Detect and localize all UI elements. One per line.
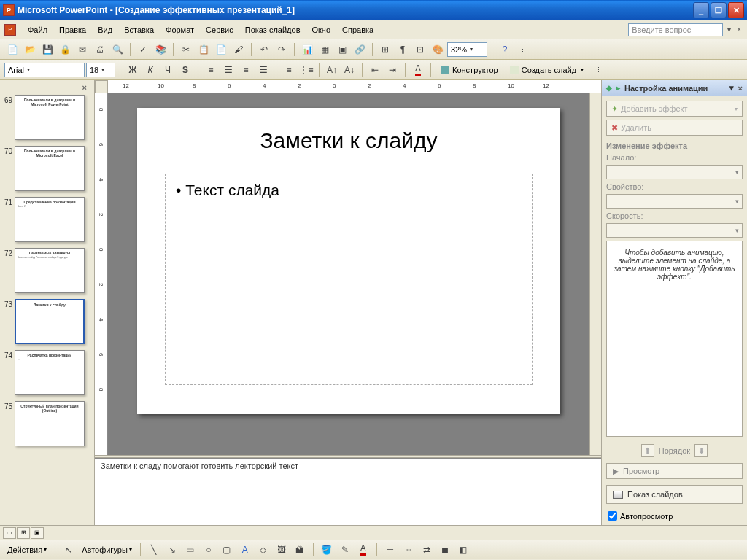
- increase-font-button[interactable]: A↑: [324, 62, 340, 78]
- horizontal-ruler[interactable]: 12108642024681012: [108, 80, 601, 93]
- notes-pane[interactable]: Заметки к сладу помогают готовить лектор…: [95, 458, 601, 525]
- clipart-button[interactable]: 🖼: [274, 542, 290, 558]
- vertical-scrollbar[interactable]: [589, 93, 601, 455]
- toolbar-options-icon[interactable]: ⋮: [590, 62, 606, 78]
- shadow-style-button[interactable]: ◼: [437, 542, 453, 558]
- font-size-dropdown[interactable]: 18▾: [86, 63, 115, 77]
- taskpane-back-icon[interactable]: ◆: [606, 84, 612, 92]
- slide-bullet-text[interactable]: Текст слайда: [176, 182, 522, 199]
- notes-text[interactable]: Заметки к сладу помогают готовить лектор…: [101, 462, 298, 470]
- numbering-button[interactable]: ≡: [281, 62, 297, 78]
- help-search-input[interactable]: [628, 23, 723, 36]
- menu-window[interactable]: Окно: [306, 24, 337, 36]
- thumbnail-row[interactable]: 70 Пользователи в диаграмм в Microsoft E…: [1, 146, 93, 191]
- thumbnail-row[interactable]: 72 Печатаемые элементы Заметки к слайду …: [1, 248, 93, 293]
- slide-thumbnail[interactable]: Структурный план презентации (Outline): [15, 401, 85, 446]
- thumbnail-row[interactable]: 75 Структурный план презентации (Outline…: [1, 401, 93, 446]
- slide-thumbnail[interactable]: Заметки к слайду: [15, 299, 85, 344]
- help-button[interactable]: ?: [497, 42, 513, 58]
- italic-button[interactable]: К: [142, 62, 158, 78]
- slide-thumbnail[interactable]: Печатаемые элементы Заметки к слайду Рас…: [15, 248, 85, 293]
- menu-file[interactable]: Файл: [22, 24, 53, 36]
- dash-style-button[interactable]: ┈: [400, 542, 417, 558]
- show-formatting-button[interactable]: ¶: [395, 42, 411, 58]
- save-button[interactable]: 💾: [39, 42, 55, 58]
- slide-thumbnail[interactable]: Пользователи в диаграмм и Microsoft Powe…: [15, 95, 85, 140]
- font-color-button[interactable]: A: [410, 62, 426, 78]
- normal-view-button[interactable]: ▭: [3, 527, 16, 539]
- print-button[interactable]: 🖨: [92, 42, 108, 58]
- new-button[interactable]: 📄: [4, 42, 20, 58]
- add-effect-button[interactable]: ✦ Добавить эффект ▾: [606, 101, 743, 117]
- taskpane-close-icon[interactable]: ×: [738, 84, 743, 93]
- format-painter-button[interactable]: 🖌: [231, 42, 247, 58]
- increase-indent-button[interactable]: ⇥: [384, 62, 400, 78]
- insert-hyperlink-button[interactable]: 🔗: [352, 42, 368, 58]
- slide[interactable]: Заметки к слайду Текст слайда: [137, 108, 560, 414]
- close-button[interactable]: ✕: [728, 2, 744, 18]
- insert-table-button[interactable]: ▦: [317, 42, 333, 58]
- wordart-button[interactable]: A: [237, 542, 253, 558]
- slide-canvas[interactable]: Заметки к слайду Текст слайда: [108, 93, 589, 455]
- taskpane-menu-icon[interactable]: ▾: [729, 83, 734, 93]
- autopreview-checkbox-input[interactable]: [608, 511, 617, 521]
- align-justify-button[interactable]: ☰: [255, 62, 271, 78]
- paste-button[interactable]: 📄: [213, 42, 229, 58]
- open-button[interactable]: 📂: [22, 42, 38, 58]
- menu-format[interactable]: Формат: [160, 24, 200, 36]
- maximize-button[interactable]: ❐: [711, 2, 727, 18]
- underline-button[interactable]: Ч: [160, 62, 176, 78]
- rectangle-button[interactable]: ▭: [182, 542, 198, 558]
- menu-tools[interactable]: Сервис: [200, 24, 239, 36]
- diagram-button[interactable]: ◇: [255, 542, 271, 558]
- copy-button[interactable]: 📋: [196, 42, 212, 58]
- taskpane-fwd-icon[interactable]: ▸: [616, 84, 620, 92]
- slide-title-placeholder[interactable]: Заметки к слайду: [165, 128, 533, 153]
- expand-all-button[interactable]: ⊞: [377, 42, 393, 58]
- thumbnail-row[interactable]: 73 Заметки к слайду: [1, 299, 93, 344]
- slideshow-view-button[interactable]: ▣: [31, 527, 44, 539]
- toolbar-options-icon[interactable]: ⋮: [514, 42, 530, 58]
- grid-button[interactable]: ⊡: [412, 42, 428, 58]
- slide-thumbnail[interactable]: Распечатка презентации ...: [15, 350, 85, 395]
- fill-color-button[interactable]: 🪣: [319, 542, 335, 558]
- research-button[interactable]: 📚: [152, 42, 169, 58]
- textbox-button[interactable]: ▢: [219, 542, 235, 558]
- line-button[interactable]: ╲: [146, 542, 162, 558]
- sorter-view-button[interactable]: ⊞: [17, 527, 30, 539]
- thumbnail-row[interactable]: 71 Представление презентации Часть 2: [1, 197, 93, 242]
- select-objects-button[interactable]: ↖: [61, 542, 77, 558]
- bullets-button[interactable]: ⋮≡: [298, 62, 314, 78]
- zoom-dropdown[interactable]: 32%▾: [447, 42, 487, 57]
- thumbnail-row[interactable]: 74 Распечатка презентации ...: [1, 350, 93, 395]
- tables-borders-button[interactable]: ▣: [334, 42, 350, 58]
- shadow-button[interactable]: S: [177, 62, 193, 78]
- undo-button[interactable]: ↶: [256, 42, 272, 58]
- oval-button[interactable]: ○: [201, 542, 217, 558]
- design-button[interactable]: Конструктор: [436, 62, 503, 78]
- minimize-button[interactable]: _: [693, 2, 709, 18]
- slide-thumbnail[interactable]: Представление презентации Часть 2: [15, 197, 85, 242]
- insert-chart-button[interactable]: 📊: [299, 42, 315, 58]
- slide-thumbnail[interactable]: Пользователи в диаграмм в Microsoft Exce…: [15, 146, 85, 191]
- line-color-button[interactable]: ✎: [337, 542, 353, 558]
- decrease-indent-button[interactable]: ⇤: [367, 62, 383, 78]
- align-center-button[interactable]: ☰: [220, 62, 236, 78]
- decrease-font-button[interactable]: A↓: [341, 62, 357, 78]
- doc-close-button[interactable]: ×: [735, 26, 743, 34]
- document-control-icon[interactable]: P: [4, 24, 16, 36]
- thumbnail-row[interactable]: 69 Пользователи в диаграмм и Microsoft P…: [1, 95, 93, 140]
- menu-edit[interactable]: Правка: [53, 24, 92, 36]
- font-color-draw-button[interactable]: A: [355, 542, 371, 558]
- vertical-ruler[interactable]: 864202468: [95, 93, 108, 455]
- thumb-panel-close-icon[interactable]: ×: [1, 83, 93, 95]
- cut-button[interactable]: ✂: [178, 42, 194, 58]
- slide-body-placeholder[interactable]: Текст слайда: [165, 174, 533, 385]
- align-right-button[interactable]: ≡: [238, 62, 254, 78]
- new-slide-button[interactable]: Создать слайд▾: [505, 62, 589, 78]
- font-dropdown[interactable]: Arial▾: [4, 63, 85, 77]
- help-dropdown-icon[interactable]: ▾: [726, 26, 732, 34]
- bold-button[interactable]: Ж: [125, 62, 141, 78]
- arrow-style-button[interactable]: ⇄: [419, 542, 435, 558]
- preview-button[interactable]: ▶ Просмотр: [606, 463, 743, 479]
